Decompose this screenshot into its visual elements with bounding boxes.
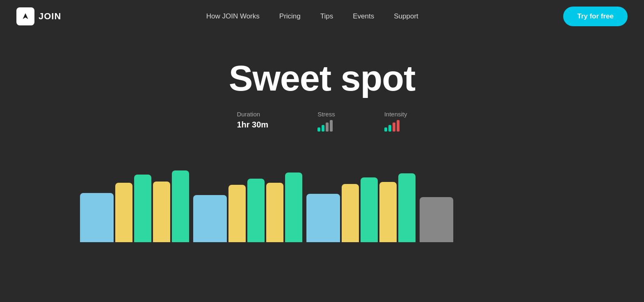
intensity-bar-3 [393,123,395,132]
logo-link[interactable]: JOIN [16,7,61,25]
nav-links: How JOIN Works Pricing Tips Events Suppo… [206,12,418,20]
chart-bar [342,184,359,242]
stress-bar-2 [322,125,324,132]
chart-bar [306,194,340,242]
bar-group-4 [420,197,453,242]
intensity-bar-1 [384,127,387,132]
stat-stress: Stress [317,111,335,132]
chart-bar [134,175,151,242]
nav-how-join-works[interactable]: How JOIN Works [206,12,260,20]
stress-bar-1 [317,127,320,132]
chart-fade-right [562,152,644,242]
try-for-free-button[interactable]: Try for free [563,7,628,26]
hero-title: Sweet spot [229,57,416,99]
navbar: JOIN How JOIN Works Pricing Tips Events … [0,0,644,33]
intensity-bar-4 [397,120,400,132]
stat-duration: Duration 1hr 30m [237,111,268,129]
nav-events[interactable]: Events [353,12,374,20]
stats-row: Duration 1hr 30m Stress Intensity [237,111,407,132]
intensity-bar-2 [388,125,391,132]
chart-bar [420,197,453,242]
bar-group-2 [193,173,302,242]
stress-bars [317,120,333,132]
chart-bar [115,183,132,242]
chart-bar [172,170,189,242]
chart-bar [361,177,378,242]
logo-text: JOIN [39,11,61,22]
chart-bar [285,173,302,242]
stat-intensity: Intensity [384,111,407,132]
chart-bar [80,193,114,242]
bar-group-3 [306,173,416,242]
bar-group-1 [80,170,189,242]
chart-bar [247,179,265,242]
intensity-label: Intensity [384,111,407,118]
chart-bar [193,195,227,242]
logo-icon [16,7,34,25]
hero-section: Sweet spot Duration 1hr 30m Stress Inten… [0,33,644,242]
chart-area [0,152,644,242]
nav-tips[interactable]: Tips [320,12,333,20]
nav-pricing[interactable]: Pricing [279,12,301,20]
chart-bar [379,182,397,242]
duration-value: 1hr 30m [237,120,268,129]
nav-support[interactable]: Support [394,12,418,20]
chart-bar [228,185,246,242]
chart-inner [80,152,564,242]
stress-bar-4 [330,120,333,132]
chart-fade-left [0,152,82,242]
chart-bar [266,183,283,242]
chart-bar [398,173,416,242]
stress-bar-3 [326,123,329,132]
duration-label: Duration [237,111,260,118]
intensity-bars [384,120,400,132]
stress-label: Stress [317,111,335,118]
chart-bar [153,182,170,242]
